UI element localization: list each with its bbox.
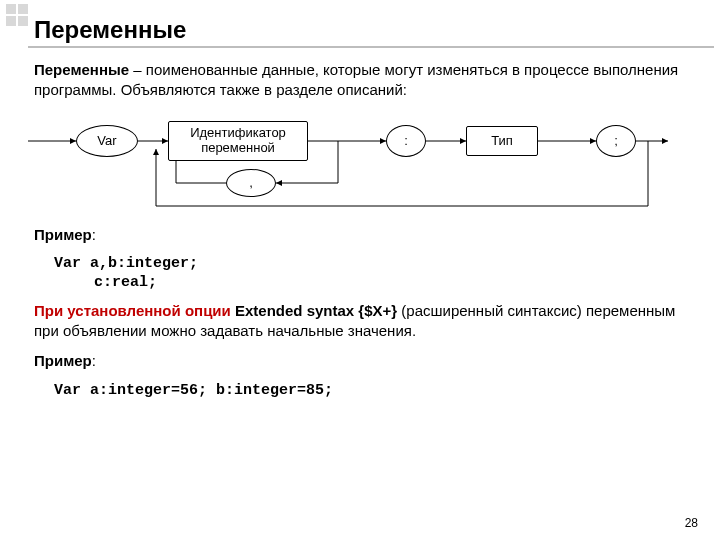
example2-label: Пример:: [34, 351, 700, 371]
diagram-arrows: [28, 111, 668, 211]
extended-syntax-paragraph: При установленной опции Extended syntax …: [34, 301, 700, 342]
syntax-diagram: Var Идентификатор переменной : Тип ; ,: [28, 111, 668, 211]
example1-label: Пример:: [34, 225, 700, 245]
diagram-node-semicolon: ;: [596, 125, 636, 157]
slide-content: Переменные – поименованные данные, котор…: [34, 60, 700, 401]
example1-code-line1: Var a,b:integer;: [54, 255, 700, 272]
diagram-node-identifier: Идентификатор переменной: [168, 121, 308, 161]
extended-bold-text: Extended syntax {$X+}: [231, 302, 402, 319]
term: Переменные: [34, 61, 129, 78]
definition-paragraph: Переменные – поименованные данные, котор…: [34, 60, 700, 101]
page-title: Переменные: [34, 16, 186, 44]
example2-code-line1: Var a:integer=56; b:integer=85;: [54, 382, 700, 399]
left-decoration-strip: [0, 0, 28, 540]
extended-red-text: При установленной опции: [34, 302, 231, 319]
diagram-node-var: Var: [76, 125, 138, 157]
example1-code-line2: c:real;: [94, 274, 700, 291]
definition-text: – поименованные данные, которые могут из…: [34, 61, 678, 98]
title-underline: [28, 46, 714, 48]
diagram-node-colon: :: [386, 125, 426, 157]
page-number: 28: [685, 516, 698, 530]
diagram-node-type: Тип: [466, 126, 538, 156]
diagram-node-comma: ,: [226, 169, 276, 197]
